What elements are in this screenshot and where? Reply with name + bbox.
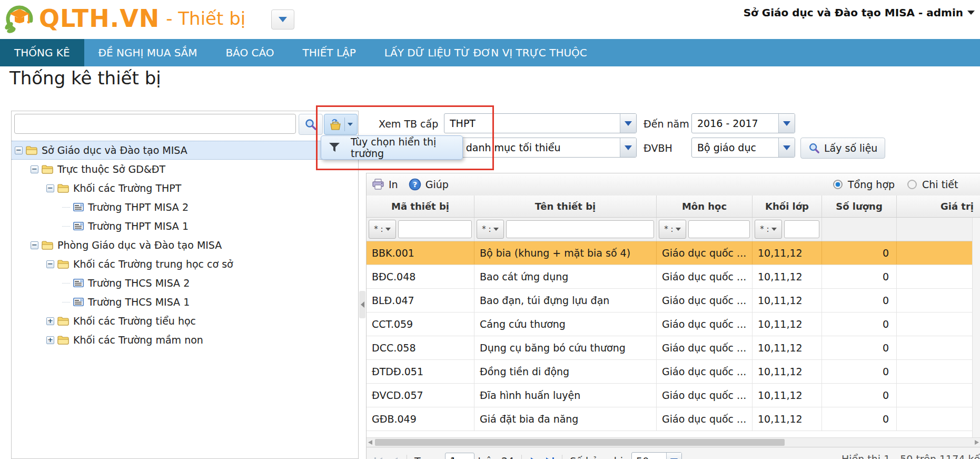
tree-item-4[interactable]: Trường THPT MISA 1 xyxy=(12,217,358,236)
prev-page-icon xyxy=(390,456,399,459)
to-year-combobox[interactable]: 2016 - 2017 xyxy=(691,113,795,133)
filter-operator-button[interactable]: * : xyxy=(755,220,782,239)
tree-item-2[interactable]: −Khối các Trường THPT xyxy=(12,179,358,198)
folder-icon xyxy=(42,165,53,174)
get-data-button[interactable]: Lấy số liệu xyxy=(800,138,885,159)
table-row[interactable]: ĐTDĐ.051Đồng tiền di độngGiáo dục quốc .… xyxy=(367,360,980,384)
tree-item-6[interactable]: −Khối các Trường trung học cơ sở xyxy=(12,255,358,274)
cell-code: BBK.001 xyxy=(367,241,474,265)
filter-operator-button[interactable]: * : xyxy=(477,220,504,239)
tree-item-3[interactable]: Trường THPT MISA 2 xyxy=(12,198,358,217)
radio-off-icon xyxy=(907,180,917,189)
table-row[interactable]: BLĐ.047Bao đạn, túi đựng lựu đạnGiáo dục… xyxy=(367,289,980,312)
svg-text:?: ? xyxy=(413,180,417,189)
filter-input-1[interactable] xyxy=(506,220,654,238)
tree-search-button[interactable] xyxy=(299,114,323,135)
school-node-icon xyxy=(73,203,84,211)
folder-icon xyxy=(26,146,37,155)
view-level-value: THPT xyxy=(450,114,618,133)
collapse-toggle-icon[interactable]: − xyxy=(15,147,23,154)
filter-input-2[interactable] xyxy=(688,220,750,238)
tree-tools-dropdown-button[interactable] xyxy=(324,114,358,135)
nav-item-4[interactable]: LẤY DỮ LIỆU TỪ ĐƠN VỊ TRỰC THUỘC xyxy=(370,39,601,66)
help-icon: ? xyxy=(409,178,421,191)
table-row[interactable]: DCC.058Dụng cụ băng bó cứu thươngGiáo dụ… xyxy=(367,336,980,360)
filter-operator-button[interactable]: * : xyxy=(659,220,686,239)
combo-trigger[interactable] xyxy=(620,114,636,133)
radio-summary[interactable]: Tổng hợp xyxy=(833,179,895,190)
column-header-5[interactable]: Giá trị xyxy=(897,196,980,217)
table-row[interactable]: GĐB.049Giá đặt bia đa năngGiáo dục quốc … xyxy=(367,407,980,431)
next-page-button[interactable] xyxy=(526,453,542,459)
user-menu[interactable]: Sở Giáo dục và Đào tạo MISA - admin xyxy=(744,6,975,19)
scroll-right-icon[interactable] xyxy=(973,439,980,446)
collapse-toggle-icon[interactable]: − xyxy=(31,241,38,249)
table-row[interactable]: ĐVCD.057Đĩa hình huấn luyệnGiáo dục quốc… xyxy=(367,384,980,407)
tree-item-8[interactable]: Trường THCS MISA 1 xyxy=(12,292,358,311)
table-row[interactable]: BĐC.048Bao cát ứng dụngGiáo dục quốc ...… xyxy=(367,265,980,289)
column-header-1[interactable]: Tên thiết bị xyxy=(474,196,657,217)
combo-trigger[interactable] xyxy=(620,138,636,157)
tree-item-7[interactable]: Trường THCS MISA 2 xyxy=(12,274,358,292)
vertical-scrollbar[interactable] xyxy=(972,218,980,437)
collapse-toggle-icon[interactable]: − xyxy=(31,165,38,173)
cell-value xyxy=(897,289,980,312)
dvbh-combobox[interactable]: Bộ giáo dục xyxy=(691,138,795,158)
cell-grades: 10,11,12 xyxy=(753,360,822,383)
tree-item-5[interactable]: −Phòng Giáo dục và Đào tạo MISA xyxy=(12,236,358,255)
grid-header-row: Mã thiết bịTên thiết bịMôn họcKhối lớpSố… xyxy=(367,196,980,218)
filter-cell-0: * : xyxy=(367,218,474,241)
column-header-4[interactable]: Số lượng xyxy=(822,196,897,217)
chevron-down-icon xyxy=(783,145,790,150)
radio-detail[interactable]: Chi tiết xyxy=(907,179,958,190)
combo-trigger[interactable] xyxy=(778,138,795,157)
cell-subject: Giáo dục quốc ... xyxy=(657,407,753,431)
column-header-3[interactable]: Khối lớp xyxy=(753,196,822,217)
divider xyxy=(562,455,562,459)
table-row[interactable]: CCT.059Cáng cứu thươngGiáo dục quốc ...1… xyxy=(367,312,980,336)
page-number-input[interactable] xyxy=(445,453,474,459)
column-header-2[interactable]: Môn học xyxy=(657,196,753,217)
last-page-button[interactable] xyxy=(542,453,558,459)
panel-splitter[interactable] xyxy=(359,291,365,318)
horizontal-scrollbar[interactable] xyxy=(367,437,980,447)
view-level-combobox[interactable]: THPT xyxy=(444,113,637,133)
collapse-toggle-icon[interactable]: − xyxy=(46,184,54,192)
table-row[interactable]: BBK.001Bộ bia (khung + mặt bia số 4)Giáo… xyxy=(367,241,980,265)
nav-item-1[interactable]: ĐỀ NGHỊ MUA SẮM xyxy=(84,39,212,66)
tree-search-input[interactable] xyxy=(14,114,296,134)
combo-trigger[interactable] xyxy=(778,114,795,133)
prev-page-button[interactable] xyxy=(387,453,402,459)
first-page-button[interactable] xyxy=(371,453,387,459)
filter-input-3[interactable] xyxy=(784,220,819,238)
nav-item-3[interactable]: THIẾT LẬP xyxy=(289,39,370,66)
divider xyxy=(407,455,407,459)
expand-toggle-icon[interactable]: + xyxy=(46,336,54,344)
chevron-down-icon xyxy=(385,228,391,231)
nav-item-0[interactable]: THỐNG KÊ xyxy=(0,39,84,66)
view-level-label: Xem TB cấp xyxy=(379,118,438,130)
tree-item-0[interactable]: −Sở Giáo dục và Đào tạo MISA xyxy=(12,141,358,160)
print-button[interactable]: In xyxy=(367,179,403,190)
records-per-page-combobox[interactable]: 50 xyxy=(631,452,682,459)
field-display-options-menu-item[interactable]: Tùy chọn hiển thị trường xyxy=(321,135,463,160)
page-title: Thống kê thiết bị xyxy=(9,67,161,89)
cell-code: BLĐ.047 xyxy=(367,289,474,312)
combo-trigger[interactable] xyxy=(666,453,681,459)
expand-toggle-icon[interactable]: + xyxy=(46,317,54,325)
column-header-0[interactable]: Mã thiết bị xyxy=(367,196,474,217)
tree-item-10[interactable]: +Khối các Trường mầm non xyxy=(12,330,358,349)
help-button[interactable]: ? Giúp xyxy=(403,178,454,191)
scroll-left-icon[interactable] xyxy=(367,439,374,446)
filter-input-0[interactable] xyxy=(398,220,472,238)
nav-item-2[interactable]: BÁO CÁO xyxy=(211,39,288,66)
cell-name: Bao đạn, túi đựng lựu đạn xyxy=(474,289,657,312)
module-switcher-button[interactable] xyxy=(271,9,294,30)
tree-item-9[interactable]: +Khối các Trường tiểu học xyxy=(12,311,358,330)
catalog-combobox[interactable]: Bộ danh mục tối thiểu xyxy=(444,138,637,158)
scrollbar-thumb[interactable] xyxy=(375,439,785,446)
cell-subject: Giáo dục quốc ... xyxy=(657,312,753,336)
filter-operator-button[interactable]: * : xyxy=(369,220,396,239)
collapse-toggle-icon[interactable]: − xyxy=(46,260,54,268)
tree-item-1[interactable]: −Trực thuộc Sở GD&ĐT xyxy=(12,160,358,179)
